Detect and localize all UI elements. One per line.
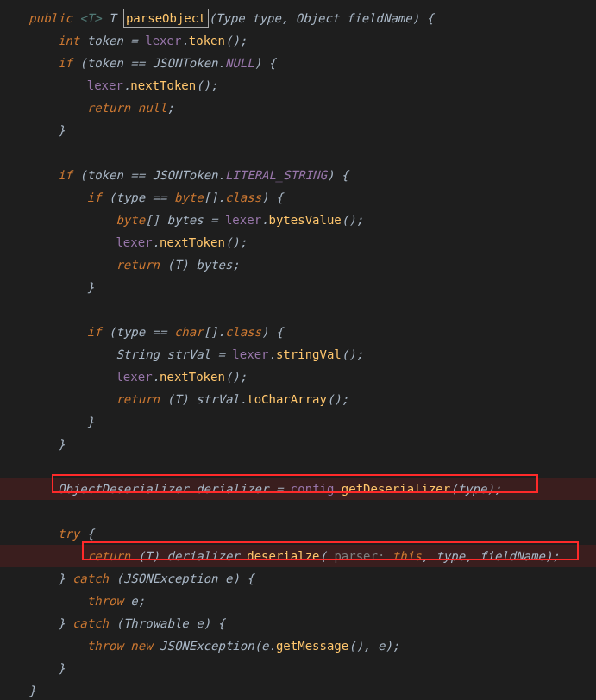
method-call: nextToken bbox=[160, 370, 225, 384]
code-line-highlighted[interactable]: return (T) derializer.deserialze( parser… bbox=[0, 545, 596, 567]
code-line[interactable] bbox=[0, 141, 596, 164]
code-line[interactable]: throw new JSONException(e.getMessage(), … bbox=[0, 634, 596, 657]
var-name: bytes bbox=[166, 213, 203, 227]
code-line[interactable]: return null; bbox=[0, 97, 596, 119]
var-ref: token bbox=[87, 56, 123, 70]
code-editor[interactable]: public <T> T parseObject(Type type, Obje… bbox=[0, 0, 596, 700]
code-line[interactable]: } catch (JSONException e) { bbox=[0, 567, 596, 590]
code-line[interactable]: } bbox=[0, 679, 596, 700]
var-ref: e bbox=[261, 639, 268, 653]
code-line[interactable]: String strVal = lexer.stringVal(); bbox=[0, 343, 596, 366]
method-call: getDeserializer bbox=[342, 482, 450, 496]
arg: fieldName bbox=[480, 549, 545, 563]
class-ref: JSONToken bbox=[153, 56, 218, 70]
static-field: NULL bbox=[225, 56, 254, 70]
field-ref: lexer bbox=[116, 370, 152, 384]
code-line[interactable] bbox=[0, 500, 596, 522]
keyword-catch: catch bbox=[72, 616, 109, 630]
code-line[interactable]: } bbox=[0, 657, 596, 679]
null-literal: null bbox=[138, 101, 167, 115]
keyword-this: this bbox=[392, 549, 422, 563]
keyword-return: return bbox=[116, 392, 160, 406]
code-line[interactable]: } bbox=[0, 119, 596, 141]
field-ref: lexer bbox=[145, 34, 181, 47]
code-line[interactable]: try { bbox=[0, 522, 596, 545]
type-string: String bbox=[116, 347, 160, 361]
field-ref: config bbox=[291, 482, 335, 496]
keyword-if: if bbox=[87, 191, 102, 204]
param-type: Object bbox=[296, 11, 340, 25]
method-call: deserialze bbox=[247, 549, 319, 563]
field-ref: lexer bbox=[116, 235, 152, 249]
var-name: token bbox=[87, 34, 123, 47]
field-ref: lexer bbox=[225, 213, 261, 227]
code-line[interactable]: } bbox=[0, 276, 596, 298]
class-ref: JSONToken bbox=[153, 168, 218, 182]
code-line[interactable]: if (type == byte[].class) { bbox=[0, 186, 596, 209]
var-name: strVal bbox=[166, 347, 210, 361]
keyword-if: if bbox=[58, 168, 72, 182]
var-ref: type bbox=[116, 325, 145, 339]
code-line[interactable]: if (type == char[].class) { bbox=[0, 321, 596, 343]
code-line[interactable]: lexer.nextToken(); bbox=[0, 366, 596, 388]
type-byte: byte bbox=[116, 213, 145, 227]
var-ref: bytes bbox=[196, 258, 232, 272]
code-line[interactable]: int token = lexer.token(); bbox=[0, 29, 596, 52]
keyword-class: class bbox=[225, 191, 261, 204]
keyword-public: public bbox=[28, 11, 72, 25]
keyword-int: int bbox=[58, 34, 79, 47]
code-line[interactable]: lexer.nextToken(); bbox=[0, 74, 596, 97]
field-ref: lexer bbox=[232, 347, 268, 361]
field-ref: lexer bbox=[87, 78, 123, 92]
code-line[interactable]: if (token == JSONToken.LITERAL_STRING) { bbox=[0, 164, 596, 186]
code-line[interactable]: } bbox=[0, 410, 596, 433]
keyword-throw: throw bbox=[87, 594, 123, 608]
param-hint: parser: bbox=[334, 549, 385, 563]
method-call: bytesValue bbox=[269, 213, 342, 227]
code-line[interactable]: return (T) strVal.toCharArray(); bbox=[0, 388, 596, 410]
return-type: T bbox=[109, 11, 116, 25]
code-line[interactable]: public <T> T parseObject(Type type, Obje… bbox=[0, 7, 596, 29]
code-line[interactable]: return (T) bytes; bbox=[0, 253, 596, 276]
var-ref: e bbox=[130, 594, 137, 608]
var-ref: token bbox=[87, 168, 123, 182]
code-line[interactable]: lexer.nextToken(); bbox=[0, 231, 596, 253]
keyword-return: return bbox=[116, 258, 160, 272]
arg: type bbox=[458, 482, 487, 496]
code-line[interactable]: } bbox=[0, 433, 596, 455]
type-char: char bbox=[174, 325, 204, 339]
generic-type: <T> bbox=[79, 11, 101, 25]
code-line[interactable]: if (token == JSONToken.NULL) { bbox=[0, 52, 596, 74]
code-line[interactable]: throw e; bbox=[0, 590, 596, 612]
keyword-if: if bbox=[87, 325, 102, 339]
code-line-highlighted[interactable]: ObjectDeserializer derializer = config.g… bbox=[0, 478, 596, 500]
keyword-return: return bbox=[87, 549, 131, 563]
code-line[interactable]: byte[] bytes = lexer.bytesValue(); bbox=[0, 209, 596, 231]
method-call: toCharArray bbox=[247, 392, 327, 406]
cast-type: T bbox=[145, 549, 152, 563]
param-name: type bbox=[252, 11, 281, 25]
exception-var: e bbox=[196, 616, 203, 630]
method-call: nextToken bbox=[130, 78, 196, 92]
type-name: ObjectDeserializer bbox=[58, 482, 189, 496]
method-name-boxed[interactable]: parseObject bbox=[123, 9, 209, 28]
keyword-try: try bbox=[58, 527, 79, 541]
code-line[interactable]: } catch (Throwable e) { bbox=[0, 612, 596, 634]
keyword-throw: throw bbox=[87, 639, 123, 653]
exception-type: JSONException bbox=[160, 639, 254, 653]
keyword-class: class bbox=[225, 325, 261, 339]
exception-type: JSONException bbox=[123, 572, 218, 585]
keyword-catch: catch bbox=[72, 572, 109, 585]
param-type: Type bbox=[216, 11, 245, 25]
var-ref: strVal bbox=[196, 392, 240, 406]
keyword-if: if bbox=[58, 56, 72, 70]
var-ref: type bbox=[116, 191, 145, 204]
code-line[interactable] bbox=[0, 298, 596, 321]
exception-type: Throwable bbox=[123, 616, 189, 630]
code-line[interactable] bbox=[0, 455, 596, 478]
var-name: derializer bbox=[196, 482, 268, 496]
keyword-new: new bbox=[130, 639, 152, 653]
method-call: nextToken bbox=[160, 235, 225, 249]
keyword-return: return bbox=[87, 101, 131, 115]
var-ref: derializer bbox=[166, 549, 239, 563]
